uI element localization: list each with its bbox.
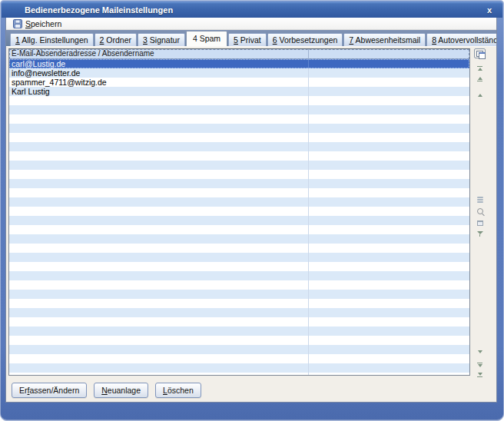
sender-cell [9,234,309,244]
table-row[interactable] [9,96,469,105]
scroll-up-icon[interactable] [475,94,485,97]
table-row[interactable] [9,105,469,114]
tab-6-vorbesetzungen[interactable]: 6 Vorbesetzungen [267,33,343,46]
scroll-last-icon[interactable] [475,373,485,378]
table-row[interactable] [9,363,469,373]
sender-cell [9,114,309,124]
tab-1-allg-einstellungen[interactable]: 1 Allg. Einstellungen [10,33,94,46]
empty-cell [309,317,469,327]
empty-cell [309,151,469,161]
empty-cell [309,308,469,317]
table-row[interactable] [9,262,469,271]
table-row[interactable] [9,197,469,207]
table-row[interactable] [9,299,469,308]
empty-cell [309,207,469,216]
tab-8-autovervollstaendigung[interactable]: 8 Autovervollständigung [426,33,497,46]
table-row[interactable] [9,234,469,244]
sender-cell [9,262,309,271]
table-row[interactable] [9,207,469,216]
table-row[interactable] [9,216,469,225]
table-row[interactable] [9,142,469,151]
dialog-window: Bedienerbezogene Maileinstellungen x Spe… [0,0,504,421]
floppy-disk-icon [13,19,22,28]
table-row[interactable] [9,317,469,327]
table-row[interactable]: carl@Lustig.de [9,59,469,68]
table-row[interactable]: info@newsletter.de [9,68,469,78]
save-layout-icon[interactable] [475,220,485,226]
columns-icon[interactable] [475,197,485,203]
empty-cell [309,363,469,373]
scroll-down-icon[interactable] [475,350,485,353]
table-row[interactable] [9,354,469,363]
empty-cell [309,78,469,87]
sender-cell: Karl Lustig [9,87,309,96]
table-row[interactable] [9,345,469,354]
table-row[interactable]: Karl Lustig [9,87,469,96]
save-button[interactable]: Speichern [10,18,65,29]
scroll-first-icon[interactable] [475,65,485,71]
table-row[interactable] [9,225,469,234]
table-row[interactable] [9,244,469,253]
column-header-sender[interactable]: E-Mail-Absenderadresse / Absendername [9,49,309,58]
table-row[interactable] [9,280,469,290]
tab-4-spam[interactable]: 4 Spam [186,31,227,46]
table-row[interactable] [9,133,469,142]
empty-cell [309,336,469,345]
tab-7-abwesenheitsmail[interactable]: 7 Abwesenheitsmail [343,33,426,46]
title-bar: Bedienerbezogene Maileinstellungen x [2,2,502,18]
table-row[interactable] [9,271,469,280]
empty-cell [309,290,469,299]
table-row[interactable] [9,327,469,336]
close-icon[interactable]: x [483,4,496,15]
toolbar: Speichern [6,18,496,30]
sender-cell [9,151,309,161]
sender-cell [9,363,309,373]
grid-options-icon[interactable] [474,48,486,58]
table-row[interactable] [9,336,469,345]
sender-cell [9,197,309,207]
table-row[interactable] [9,151,469,161]
table-row[interactable]: spammer_4711@witzig.de [9,78,469,87]
sender-cell [9,253,309,262]
empty-cell [309,244,469,253]
search-icon[interactable] [475,208,485,214]
tab-content-spam: E-Mail-Absenderadresse / Absendername ca… [6,46,496,402]
sender-cell [9,244,309,253]
neuanlage-button[interactable]: Neuanlage [94,383,148,398]
table-body: carl@Lustig.deinfo@newsletter.despammer_… [9,59,469,375]
filter-icon[interactable] [475,231,485,237]
sender-cell [9,327,309,336]
table-row[interactable] [9,124,469,133]
sender-cell [9,271,309,280]
empty-cell [309,327,469,336]
tab-3-signatur[interactable]: 3 Signatur [138,33,185,46]
table-row[interactable] [9,308,469,317]
table-header-row: E-Mail-Absenderadresse / Absendername [9,49,469,59]
tab-5-privat[interactable]: 5 Privat [228,33,267,46]
scroll-page-down-icon[interactable] [475,362,485,367]
table-row[interactable] [9,179,469,188]
erfassen-aendern-button[interactable]: Erfassen/Ändern [12,383,87,398]
sender-cell: carl@Lustig.de [9,59,309,68]
column-header-empty[interactable] [309,49,469,58]
table-row[interactable] [9,161,469,170]
loeschen-button[interactable]: Löschen [155,383,201,398]
empty-cell [309,87,469,96]
table-row[interactable] [9,253,469,262]
sender-cell [9,290,309,299]
empty-cell [309,114,469,124]
tab-2-ordner[interactable]: 2 Ordner [94,33,137,46]
empty-cell [309,262,469,271]
table-row[interactable] [9,114,469,124]
table-row[interactable] [9,170,469,179]
sender-cell [9,124,309,133]
spam-sender-table: E-Mail-Absenderadresse / Absendername ca… [8,48,470,376]
table-row[interactable] [9,290,469,299]
table-row[interactable] [9,188,469,197]
empty-cell [309,354,469,363]
table-row[interactable] [9,373,469,375]
sender-cell [9,317,309,327]
sender-cell [9,345,309,354]
sender-cell [9,170,309,179]
scroll-page-up-icon[interactable] [475,77,485,82]
